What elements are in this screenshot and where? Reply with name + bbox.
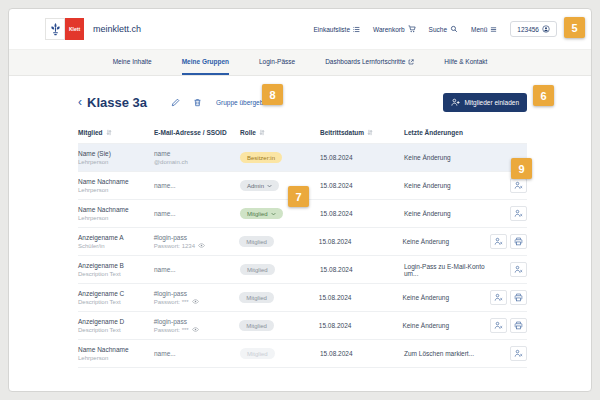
- role-pill[interactable]: Besitzer:in: [240, 152, 282, 163]
- external-link-icon: [408, 59, 414, 65]
- email-line1: #login-pass: [154, 318, 240, 325]
- email-line1: name...: [154, 210, 240, 217]
- header-rolle[interactable]: Rolle: [240, 129, 320, 136]
- header-email: E-Mail-Adresse / SSOID: [154, 129, 240, 136]
- person-remove-icon[interactable]: [490, 290, 507, 305]
- header-letzte-aenderungen: Letzte Änderungen: [404, 129, 492, 136]
- back-chevron-icon[interactable]: ‹: [78, 96, 82, 108]
- eye-icon[interactable]: [198, 242, 205, 249]
- tab-dashboards[interactable]: Dashboards Lernfortschritte: [325, 50, 414, 75]
- email-line1: name...: [154, 350, 240, 357]
- eye-icon[interactable]: [192, 326, 199, 333]
- row-actions: [492, 346, 527, 361]
- member-subtext: Lehrperson: [78, 355, 154, 361]
- join-date: 15.08.2024: [320, 182, 404, 189]
- tab-meine-gruppen[interactable]: Meine Gruppen: [182, 50, 229, 75]
- print-icon[interactable]: [510, 234, 527, 249]
- tab-label: Hilfe & Kontakt: [444, 58, 487, 65]
- last-change: Keine Änderung: [402, 322, 490, 329]
- page-title: Klasse 3a: [87, 95, 147, 110]
- email-line1: #login-pass: [154, 234, 240, 241]
- role-label: Mitglied: [246, 295, 267, 301]
- eye-icon[interactable]: [192, 298, 199, 305]
- header-mitglied[interactable]: Mitglied: [78, 129, 154, 136]
- member-name: Anzeigename A: [78, 234, 154, 241]
- role-label: Admin: [247, 183, 264, 189]
- delete-icon[interactable]: [193, 98, 202, 107]
- print-icon[interactable]: [510, 290, 527, 305]
- role-label: Mitglied: [247, 351, 268, 357]
- email-line2: @domain.ch: [154, 159, 188, 165]
- tab-label: Meine Gruppen: [182, 58, 229, 65]
- row-actions: [492, 178, 527, 193]
- invite-members-label: Mitglieder einladen: [464, 99, 519, 106]
- join-date: 15.08.2024: [320, 266, 404, 273]
- role-pill[interactable]: Mitglied: [240, 208, 283, 219]
- row-actions: [490, 234, 527, 249]
- tab-hilfe-kontakt[interactable]: Hilfe & Kontakt: [444, 50, 487, 75]
- chevron-down-icon: [267, 184, 272, 188]
- print-icon[interactable]: [510, 318, 527, 333]
- person-remove-icon[interactable]: [510, 206, 527, 221]
- account-button[interactable]: 123456: [510, 21, 557, 37]
- member-subtext: Schüler/in: [78, 243, 154, 249]
- klett-logo-label: Klett: [65, 18, 84, 40]
- edit-icon[interactable]: [171, 98, 180, 107]
- member-name: Name Nachname: [78, 178, 154, 185]
- row-actions: [492, 206, 527, 221]
- sort-icon: [367, 129, 373, 136]
- table-row[interactable]: Anzeigename D Description Text #login-pa…: [78, 312, 527, 340]
- join-date: 15.08.2024: [319, 322, 403, 329]
- header-label: Mitglied: [78, 129, 103, 136]
- table-row[interactable]: Anzeigename B Description Text name... M…: [78, 256, 527, 284]
- join-date: 15.08.2024: [320, 154, 404, 161]
- search-link[interactable]: Suche: [429, 25, 458, 33]
- header-label: Letzte Änderungen: [404, 129, 463, 136]
- member-subtext: Description Text: [78, 327, 154, 333]
- top-header: Klett meinklett.ch Einkaufsliste Warenko…: [9, 9, 591, 49]
- member-subtext: Description Text: [78, 299, 154, 305]
- email-line1: name...: [154, 182, 240, 189]
- role-pill[interactable]: Mitglied: [239, 320, 274, 331]
- tab-login-paesse[interactable]: Login-Pässe: [259, 50, 295, 75]
- role-label: Mitglied: [246, 239, 267, 245]
- member-name: Anzeigename D: [78, 318, 154, 325]
- klett-logo[interactable]: Klett: [45, 18, 84, 40]
- menu-link[interactable]: Menü: [471, 26, 497, 33]
- table-row[interactable]: Name Nachname Lehrperson name... Mitglie…: [78, 340, 527, 368]
- person-remove-icon[interactable]: [510, 346, 527, 361]
- search-icon: [450, 25, 458, 33]
- role-pill[interactable]: Mitglied: [240, 348, 275, 359]
- group-toolbar: ‹ Klasse 3a Gruppe übergeben Mitglieder …: [78, 91, 527, 113]
- role-label: Besitzer:in: [247, 155, 275, 161]
- person-remove-icon[interactable]: [510, 178, 527, 193]
- join-date: 15.08.2024: [319, 294, 403, 301]
- role-pill[interactable]: Mitglied: [240, 264, 275, 275]
- join-date: 15.08.2024: [320, 350, 404, 357]
- table-row[interactable]: Anzeigename C Description Text #login-pa…: [78, 284, 527, 312]
- role-pill[interactable]: Mitglied: [239, 292, 274, 303]
- invite-members-button[interactable]: Mitglieder einladen: [443, 93, 527, 112]
- person-remove-icon[interactable]: [490, 234, 507, 249]
- member-name: Name Nachname: [78, 206, 154, 213]
- header-beitrittsdatum[interactable]: Beitrittsdatum: [320, 129, 404, 136]
- last-change: Keine Änderung: [402, 294, 490, 301]
- table-row[interactable]: Name (Sie) Lehrperson name @domain.ch Be…: [78, 144, 527, 172]
- table-row[interactable]: Anzeigename A Schüler/in #login-pass Pas…: [78, 228, 527, 256]
- cart-link[interactable]: Warenkorb: [373, 25, 416, 33]
- shopping-list-link[interactable]: Einkaufsliste: [314, 26, 361, 33]
- person-remove-icon[interactable]: [490, 318, 507, 333]
- last-change: Zum Löschen markiert...: [404, 350, 492, 357]
- header-label: Rolle: [240, 129, 256, 136]
- callout-5: 5: [564, 17, 585, 38]
- member-name: Anzeigename C: [78, 290, 154, 297]
- last-change: Keine Änderung: [404, 154, 492, 161]
- person-remove-icon[interactable]: [510, 262, 527, 277]
- person-plus-icon: [451, 98, 460, 107]
- role-pill[interactable]: Mitglied: [239, 236, 274, 247]
- callout-7: 7: [288, 186, 309, 207]
- tab-meine-inhalte[interactable]: Meine Inhalte: [113, 50, 152, 75]
- table-header-row: Mitglied E-Mail-Adresse / SSOID Rolle Be…: [78, 125, 527, 144]
- row-actions: [492, 262, 527, 277]
- role-pill[interactable]: Admin: [240, 180, 279, 191]
